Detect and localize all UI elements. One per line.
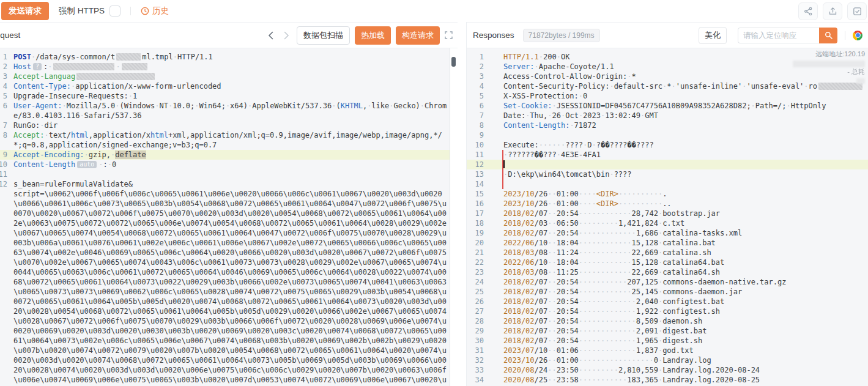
response-line-26[interactable]: 262018/02/07··20:54·············2,040·co… — [467, 297, 868, 306]
line-number: 7 — [0, 121, 7, 130]
response-line-31[interactable]: 312023/07/10··01:06·············1,837·go… — [467, 346, 868, 355]
force-https-checkbox[interactable] — [109, 6, 121, 17]
response-line-34[interactable]: 342020/08/25··23:58···········183,365·La… — [467, 375, 868, 385]
line-number: 27 — [467, 306, 484, 316]
response-size-time-badge: 71872bytes / 199ms — [523, 29, 600, 42]
response-line-17[interactable]: 172018/02/07··20:54············28,742·bo… — [467, 209, 868, 218]
line-number: 9 — [467, 130, 484, 140]
response-line-32[interactable]: 322023/10/26··01:00·················0·La… — [467, 355, 868, 365]
line-number: 12 — [467, 160, 484, 169]
chrome-icon — [853, 31, 862, 40]
line-number: 16 — [467, 199, 484, 209]
redacted-fragment: - 总耗 — [793, 67, 865, 76]
line-number: 18 — [467, 218, 484, 228]
response-line-11[interactable]: 11·??????��???·4E3E-4FA1 — [467, 150, 868, 160]
line-number: 26 — [467, 297, 484, 306]
request-line-1[interactable]: 1POST·/data/sys-common/tml.tmpl·HTTP/1.1 — [0, 52, 450, 62]
response-line-15[interactable]: 152023/10/26··01:00····<DIR>··········. — [467, 189, 868, 199]
response-line-8[interactable]: 8Content-Length:·71872 — [467, 121, 868, 130]
response-line-12[interactable]: 12 — [467, 160, 868, 169]
redacted-block — [122, 63, 147, 70]
response-line-24[interactable]: 242018/02/07··20:54···········207,125·co… — [467, 277, 868, 287]
beautify-button[interactable]: 美化 — [699, 27, 727, 44]
line-number: 6 — [0, 101, 7, 121]
line-number: 4 — [467, 81, 484, 91]
search-button[interactable] — [819, 28, 837, 43]
line-number: 17 — [467, 209, 484, 218]
history-button[interactable]: 历史 — [141, 6, 169, 17]
line-number: 31 — [467, 346, 484, 355]
redacted-block — [856, 78, 865, 84]
response-line-23[interactable]: 232018/03/08··11:25············22,669·ca… — [467, 267, 868, 277]
line-number: 9 — [0, 150, 7, 160]
remote-address-label: 远端地址:120.19 — [793, 50, 865, 59]
line-number: 3 — [0, 72, 7, 81]
history-next-button[interactable] — [281, 30, 292, 41]
request-scrollbar-thumb[interactable] — [451, 57, 456, 67]
response-line-7[interactable]: 7Date:·Thu,·26·Oct·2023·13:02:49·GMT — [467, 111, 868, 121]
history-prev-button[interactable] — [265, 30, 276, 41]
response-line-18[interactable]: 182018/02/03··06:50·········1,421,824·c.… — [467, 218, 868, 228]
expand-icon[interactable] — [445, 31, 453, 39]
line-number: 15 — [467, 189, 484, 199]
response-line-19[interactable]: 192018/02/07··20:54·············1,686·ca… — [467, 228, 868, 238]
response-line-27[interactable]: 272018/02/07··20:54·············1,922·co… — [467, 306, 868, 316]
send-request-button[interactable]: 发送请求 — [1, 2, 49, 20]
response-line-9[interactable]: 9 — [467, 130, 868, 140]
line-number: 25 — [467, 287, 484, 297]
packet-scan-button[interactable]: 数据包扫描 — [297, 26, 350, 45]
line-number: 11 — [0, 169, 7, 179]
line-number: 5 — [467, 91, 484, 101]
line-number: 28 — [467, 316, 484, 326]
line-number: 19 — [467, 228, 484, 238]
line-number: 8 — [467, 121, 484, 130]
response-line-20[interactable]: 202022/06/10··18:04············15,128·ca… — [467, 238, 868, 248]
response-line-6[interactable]: 6Set-Cookie:·JSESSIONID=DF04567C47756A10… — [467, 101, 868, 111]
response-line-22[interactable]: 222022/06/10··18:04············15,128·ca… — [467, 258, 868, 267]
line-number: 4 — [0, 81, 7, 91]
response-line-30[interactable]: 302018/02/07··20:54·············1,965·di… — [467, 336, 868, 346]
response-line-16[interactable]: 162023/10/26··01:00····<DIR>··········.. — [467, 199, 868, 209]
request-line-9[interactable]: 9Accept-Encoding:·gzip,·deflate — [0, 150, 450, 160]
hot-reload-button[interactable]: 热加载 — [355, 26, 391, 45]
response-line-13[interactable]: 13·D:\ekp\win64\tomcat\bin·???? — [467, 169, 868, 179]
response-line-28[interactable]: 282018/02/07··20:54·············8,509·da… — [467, 316, 868, 326]
request-line-4[interactable]: 4Content-Type:·application/x-www-form-ur… — [0, 81, 450, 91]
response-line-21[interactable]: 212018/03/08··11:24············22,669·ca… — [467, 248, 868, 258]
request-line-7[interactable]: 7RunGo:·dir — [0, 121, 450, 130]
redacted-block — [793, 61, 865, 67]
request-line-10[interactable]: 10Content-Lengthauto·:·0 — [0, 160, 450, 169]
confirm-button[interactable] — [847, 2, 867, 20]
locate-response-input[interactable] — [738, 28, 819, 43]
check-square-icon — [853, 7, 862, 16]
line-number: 8 — [0, 130, 7, 150]
request-line-2[interactable]: 2Host?:·· — [0, 62, 450, 72]
line-number: 13 — [467, 169, 484, 179]
share-button[interactable] — [798, 2, 818, 20]
response-line-5[interactable]: 5X-XSS-Protection:·0 — [467, 91, 868, 101]
response-panel: Responses 71872bytes / 199ms 美化 1HTTP/1.… — [466, 22, 868, 386]
request-line-11[interactable]: 11 — [0, 169, 450, 179]
line-number: 32 — [467, 355, 484, 365]
line-number: 2 — [467, 62, 484, 72]
build-request-button[interactable]: 构造请求 — [396, 26, 440, 45]
request-editor[interactable]: 1POST·/data/sys-common/tml.tmpl·HTTP/1.1… — [0, 48, 450, 386]
response-line-14[interactable]: 14 — [467, 179, 868, 189]
request-line-3[interactable]: 3Accept-Languag — [0, 72, 450, 81]
line-number: 1 — [0, 52, 7, 62]
export-button[interactable] — [823, 2, 842, 20]
request-line-8[interactable]: 8Accept:·text/html,application/xhtml+xml… — [0, 130, 450, 150]
line-number: 29 — [467, 326, 484, 336]
request-line-12[interactable]: 12s_bean=ruleFormulaValidate&script=\u00… — [0, 179, 450, 386]
response-line-10[interactable]: 10Execute:······????·D·?��????��???? — [467, 140, 868, 150]
request-line-6[interactable]: 6User-Agent:·Mozilla/5.0·(Windows·NT·10.… — [0, 101, 450, 121]
response-line-25[interactable]: 252018/02/07··20:54············25,145·co… — [467, 287, 868, 297]
response-editor[interactable]: 1HTTP/1.1·200·OK2Server:·Apache-Coyote/1… — [467, 48, 868, 386]
chevron-right-icon — [284, 31, 289, 40]
inline-badge: ? — [33, 63, 42, 70]
response-line-29[interactable]: 292018/02/07··20:54·············2,091·di… — [467, 326, 868, 336]
request-line-5[interactable]: 5Upgrade-Insecure-Requests:·1 — [0, 91, 450, 101]
redacted-block — [53, 63, 114, 70]
inline-badge: auto — [77, 161, 97, 168]
response-line-33[interactable]: 332020/08/24··23:50·········2,810,559·La… — [467, 365, 868, 375]
